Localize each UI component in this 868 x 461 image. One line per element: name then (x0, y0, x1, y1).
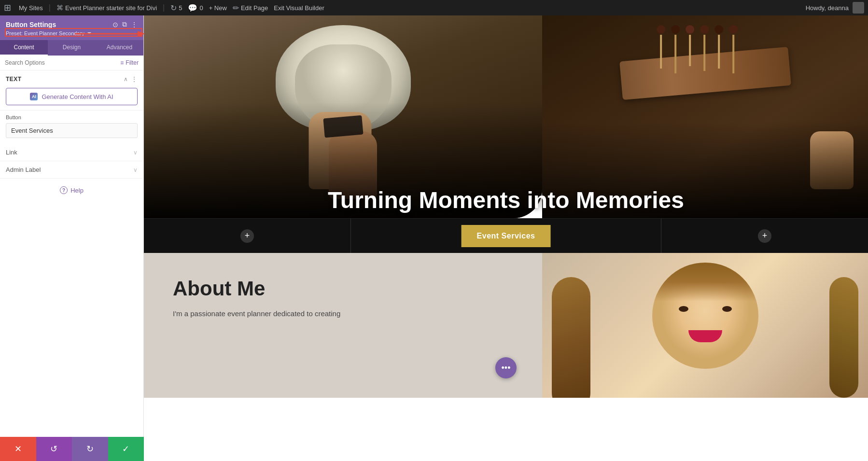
panel-tabs: Content Design Advanced (0, 40, 143, 56)
avatar (853, 2, 864, 14)
bottom-bar: ✕ ↺ ↻ ✓ (0, 437, 144, 461)
food-stick-5 (714, 25, 723, 73)
cancel-button[interactable]: ✕ (0, 437, 36, 461)
help-label: Help (70, 187, 84, 194)
my-sites-link[interactable]: My Sites (19, 4, 43, 12)
eye-left (679, 306, 688, 312)
undo-button[interactable]: ↺ (36, 437, 72, 461)
admin-bar-right: Howdy, deanna (806, 2, 864, 14)
text-section: Text ∧ ⋮ AI Generate Content With AI (0, 70, 143, 111)
about-section: About Me I'm a passionate event planner … (144, 253, 868, 398)
exit-builder-item[interactable]: Exit Visual Builder (274, 4, 324, 12)
text-section-chevron-icon[interactable]: ∧ (124, 76, 128, 83)
panel-header-icons: ⊙ ⧉ ⋮ (112, 20, 138, 28)
wp-logo-icon: ⊞ (4, 2, 11, 13)
preset-selector[interactable]: Preset: Event Planner Secondary (6, 30, 138, 36)
about-text: I'm a passionate event planner dedicated… (173, 308, 513, 320)
panel-title: Button Settings (6, 21, 56, 28)
panel-header-top: Button Settings ⊙ ⧉ ⋮ (6, 20, 138, 28)
food-stick-6 (729, 25, 738, 73)
text-section-header: Text ∧ ⋮ (6, 75, 138, 83)
comments-count[interactable]: 5 (179, 4, 182, 12)
svg-marker-1 (138, 31, 145, 37)
text-section-controls: ∧ ⋮ (124, 75, 138, 83)
food-stick-1 (657, 25, 665, 73)
dots-icon: ••• (502, 363, 511, 373)
hair-top (652, 263, 758, 301)
new-item[interactable]: + New (209, 4, 227, 12)
comment-icon: 💬 (188, 3, 197, 13)
about-right-image (542, 253, 868, 398)
hero-title-text: Turning Moments into Memories (328, 187, 684, 213)
food-sticks-group (657, 25, 738, 73)
plus-right-label: + (762, 231, 768, 241)
hair-right (829, 277, 858, 398)
link-label: Link (6, 149, 17, 156)
site-name-item[interactable]: ⌘ Event Planner starter site for Divi (56, 4, 157, 12)
ai-generate-button[interactable]: AI Generate Content With AI (6, 88, 138, 105)
ai-icon: AI (30, 93, 38, 100)
duplicate-icon[interactable]: ⧉ (122, 20, 127, 28)
filter-button[interactable]: ≡ Filter (120, 59, 139, 66)
hero-images: Turning Moments into Memories (144, 15, 868, 218)
button-text-input[interactable] (6, 123, 138, 138)
canvas-area: event-planner-07 (144, 15, 868, 461)
admin-label-row[interactable]: Admin Label ∨ (0, 161, 143, 179)
preset-label: Preset: Event Planner Secondary (6, 30, 84, 36)
tab-content[interactable]: Content (0, 40, 48, 56)
button-input-section: Button (0, 111, 143, 144)
preset-chevron-icon (87, 32, 91, 34)
help-icon: ? (60, 186, 68, 194)
link-chevron-icon: ∨ (133, 149, 138, 156)
settings-icon[interactable]: ⊙ (112, 21, 118, 28)
edit-page-item[interactable]: ✏ Edit Page (233, 3, 268, 13)
search-input[interactable] (5, 59, 117, 66)
refresh-icon: ↻ (170, 3, 177, 13)
about-left: About Me I'm a passionate event planner … (144, 253, 542, 398)
redo-button[interactable]: ↻ (72, 437, 108, 461)
howdy-link[interactable]: Howdy, deanna (806, 4, 849, 12)
site-icon: ⌘ (56, 4, 63, 12)
link-row[interactable]: Link ∨ (0, 144, 143, 161)
cta-col-right[interactable]: + (661, 219, 868, 253)
food-stick-3 (686, 25, 694, 73)
site-name-link[interactable]: Event Planner starter site for Divi (65, 4, 157, 12)
tab-advanced[interactable]: Advanced (96, 40, 143, 56)
plus-left-label: + (245, 231, 250, 241)
event-services-button[interactable]: Event Services (462, 225, 551, 247)
filter-label: Filter (126, 59, 139, 66)
add-column-left-icon[interactable]: + (240, 229, 254, 243)
tab-design[interactable]: Design (48, 40, 96, 56)
eye-right (722, 306, 732, 312)
button-field-label: Button (6, 114, 138, 120)
refresh-item[interactable]: ↻ 5 (170, 3, 182, 13)
hero-title: Turning Moments into Memories (144, 187, 868, 213)
cta-col-center: Event Services (351, 219, 661, 253)
comment-count[interactable]: 0 (199, 4, 203, 12)
cta-col-left[interactable]: + (144, 219, 351, 253)
exit-builder-link[interactable]: Exit Visual Builder (274, 4, 324, 12)
main-layout: Button Settings ⊙ ⧉ ⋮ Preset: Event Plan… (0, 15, 868, 461)
hero-text-overlay: Turning Moments into Memories (144, 187, 868, 213)
wp-admin-bar: ⊞ My Sites | ⌘ Event Planner starter sit… (0, 0, 868, 15)
new-link[interactable]: + New (209, 4, 227, 12)
panel-header: Button Settings ⊙ ⧉ ⋮ Preset: Event Plan… (0, 15, 143, 40)
lips (688, 330, 722, 342)
panel-search-bar: ≡ Filter (0, 56, 143, 70)
floating-menu-button[interactable]: ••• (495, 357, 517, 378)
about-title: About Me (173, 277, 513, 300)
cta-section: + Event Services + (144, 218, 868, 253)
add-column-right-icon[interactable]: + (758, 229, 771, 243)
comments-item[interactable]: 💬 0 (188, 3, 203, 13)
text-section-more-icon[interactable]: ⋮ (131, 75, 138, 83)
edit-page-link[interactable]: Edit Page (241, 4, 268, 12)
person-face (652, 263, 758, 369)
food-stick-2 (671, 25, 680, 73)
save-button[interactable]: ✓ (108, 437, 144, 461)
ai-button-label: Generate Content With AI (42, 93, 113, 100)
pencil-icon: ✏ (233, 3, 239, 13)
my-sites-menu[interactable]: My Sites (19, 4, 43, 12)
help-button[interactable]: ? Help (0, 179, 143, 202)
text-section-title: Text (6, 76, 22, 83)
more-icon[interactable]: ⋮ (131, 21, 138, 28)
